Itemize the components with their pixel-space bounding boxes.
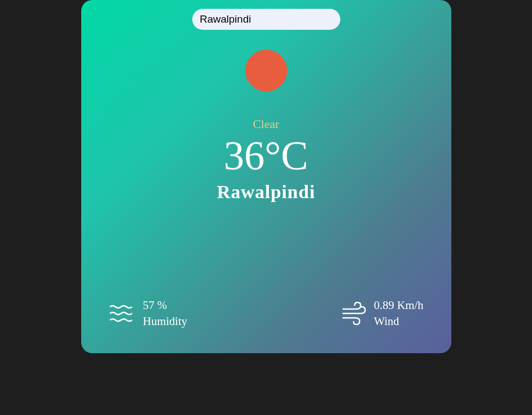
humidity-value: 57 %: [143, 297, 188, 313]
humidity-stat: 57 % Humidity: [109, 297, 188, 329]
wind-stat: 0.89 Km/h Wind: [340, 297, 424, 329]
city-search-input[interactable]: [192, 9, 340, 30]
weather-card: Clear 36°C Rawalpindi 57 % Humidity: [81, 0, 451, 353]
city-name: Rawalpindi: [217, 182, 315, 203]
sun-icon: [245, 50, 287, 92]
wind-icon: [340, 300, 366, 327]
humidity-icon: [109, 300, 135, 327]
humidity-text: 57 % Humidity: [143, 297, 188, 329]
weather-icon: [245, 50, 287, 92]
wind-text: 0.89 Km/h Wind: [374, 297, 424, 329]
weather-condition: Clear: [253, 117, 280, 131]
humidity-label: Humidity: [143, 313, 188, 329]
wind-value: 0.89 Km/h: [374, 297, 424, 313]
temperature-value: 36°C: [224, 134, 308, 178]
wind-label: Wind: [374, 313, 424, 329]
weather-stats: 57 % Humidity 0.89 Km/h Wind: [81, 297, 451, 329]
